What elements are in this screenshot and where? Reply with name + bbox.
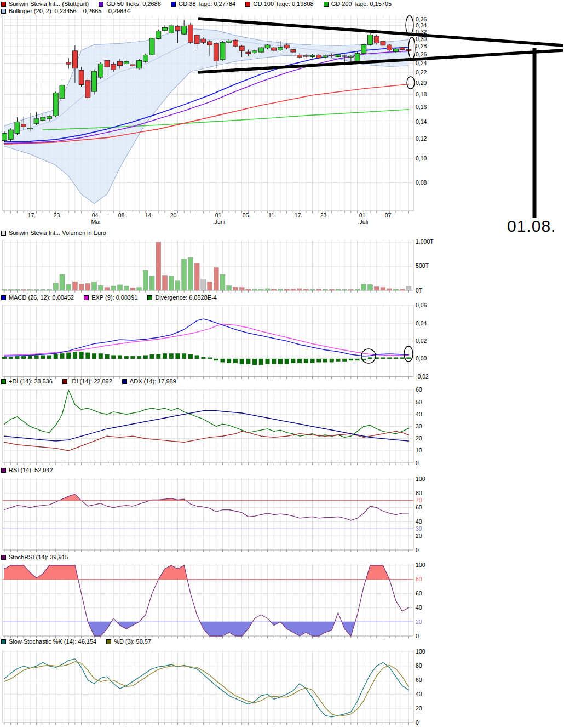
svg-text:10: 10 xyxy=(416,447,422,454)
drawn-annotations xyxy=(198,16,563,363)
svg-text:40: 40 xyxy=(416,518,422,525)
legend-swatch-icon xyxy=(1,379,6,384)
volume-pane: 1.000T500T0T xyxy=(2,238,434,293)
legend-label: Divergence: 6,0528E-4 xyxy=(155,294,217,301)
legend-item: Divergence: 6,0528E-4 xyxy=(147,294,217,301)
svg-text:60: 60 xyxy=(416,677,422,683)
legend-item: Slow Stochastic %K (14): 46,154 xyxy=(1,638,96,645)
legend-volume: Sunwin Stevia Int... Volumen in Euro xyxy=(1,230,106,236)
legend-item: +DI (14): 28,536 xyxy=(1,378,53,385)
drawn-date-label: 01.08. xyxy=(507,217,556,236)
svg-text:0,34: 0,34 xyxy=(416,22,427,28)
legend-label: %D (3): 50,57 xyxy=(114,638,151,645)
svg-text:0,26: 0,26 xyxy=(416,51,427,58)
svg-text:20: 20 xyxy=(416,705,422,712)
legend-swatch-icon xyxy=(1,468,6,473)
svg-text:60: 60 xyxy=(416,386,422,393)
svg-text:100: 100 xyxy=(416,561,425,568)
svg-text:0,20: 0,20 xyxy=(416,79,427,86)
svg-text:0,18: 0,18 xyxy=(416,91,427,98)
svg-text:100: 100 xyxy=(416,648,425,655)
legend-rsi: RSI (14): 52,042 xyxy=(1,467,53,473)
svg-text:0,28: 0,28 xyxy=(416,43,427,49)
legend-item: GD 38 Tage: 0,27784 xyxy=(171,1,235,7)
svg-text:23.: 23. xyxy=(320,212,329,219)
svg-text:.Juni: .Juni xyxy=(213,219,225,225)
svg-text:1.000T: 1.000T xyxy=(416,238,434,245)
macd-pane: 0,060,040,020,00-0,02 xyxy=(2,302,429,380)
legend-item: -DI (14): 22,892 xyxy=(62,378,112,385)
legend-label: GD 38 Tage: 0,27784 xyxy=(179,1,235,7)
svg-text:0,14: 0,14 xyxy=(416,118,427,125)
legend-label: Sunwin Stevia Int... (Stuttgart) xyxy=(9,1,89,7)
legend-item: Bollinger (20, 2): 0,23456 – 0,2665 – 0,… xyxy=(1,8,130,14)
svg-text:11.: 11. xyxy=(268,212,276,219)
legend-item: RSI (14): 52,042 xyxy=(1,467,53,473)
rsi-pane: 1008070604030200 xyxy=(3,475,425,553)
svg-text:20: 20 xyxy=(416,435,422,442)
svg-text:30: 30 xyxy=(416,423,422,429)
svg-text:0,02: 0,02 xyxy=(416,337,427,344)
svg-text:20.: 20. xyxy=(170,212,179,219)
legend-item: GD 200 Tage: 0,15705 xyxy=(324,1,392,7)
legend-label: Slow Stochastic %K (14): 46,154 xyxy=(9,638,96,645)
svg-text:-0,02: -0,02 xyxy=(416,373,429,380)
legend-swatch-icon xyxy=(62,379,67,384)
legend-macd: MACD (26, 12): 0,00452EXP (9): 0,00391Di… xyxy=(1,294,217,301)
legend-label: GD 200 Tage: 0,15705 xyxy=(331,1,392,7)
legend-item: ADX (14): 17,989 xyxy=(122,378,176,385)
svg-text:Mai: Mai xyxy=(91,219,101,225)
legend-swatch-icon xyxy=(1,9,6,14)
svg-text:0,24: 0,24 xyxy=(416,60,427,66)
legend-item: Sunwin Stevia Int... (Stuttgart) xyxy=(1,1,89,7)
legend-swatch-icon xyxy=(147,295,152,300)
svg-text:40: 40 xyxy=(416,691,422,697)
svg-text:0,08: 0,08 xyxy=(416,179,427,186)
svg-text:05.: 05. xyxy=(243,212,251,219)
svg-text:0: 0 xyxy=(416,633,419,639)
svg-text:0T: 0T xyxy=(416,287,423,294)
svg-text:0,22: 0,22 xyxy=(416,69,427,76)
svg-text:14.: 14. xyxy=(145,212,153,219)
legend-swatch-icon xyxy=(1,639,6,644)
legend-swatch-icon xyxy=(84,295,89,300)
svg-text:0: 0 xyxy=(416,719,419,726)
svg-text:40: 40 xyxy=(416,604,422,611)
legend-swatch-icon xyxy=(1,555,6,560)
legend-item: Sunwin Stevia Int... Volumen in Euro xyxy=(1,230,106,236)
legend-item: GD 50 Ticks: 0,2686 xyxy=(99,1,161,7)
svg-text:0,10: 0,10 xyxy=(416,155,427,162)
slowstoch-pane: 100806040200 xyxy=(3,648,425,725)
svg-text:100: 100 xyxy=(416,475,425,482)
legend-swatch-icon xyxy=(1,295,6,300)
legend-swatch-icon xyxy=(245,2,250,7)
svg-text:40: 40 xyxy=(416,411,422,417)
svg-text:70: 70 xyxy=(416,497,422,503)
chart-root: 0,360,340,320,300,280,260,240,220,200,18… xyxy=(0,0,564,728)
legend-swatch-icon xyxy=(324,2,329,7)
price-pane: 0,360,340,320,300,280,260,240,220,200,18… xyxy=(2,15,427,225)
legend-item: %D (3): 50,57 xyxy=(106,638,151,645)
legend-item: MACD (26, 12): 0,00452 xyxy=(1,294,74,301)
svg-text:04.: 04. xyxy=(92,212,100,219)
svg-text:23.: 23. xyxy=(54,212,62,219)
svg-text:80: 80 xyxy=(416,662,422,669)
svg-text:01.: 01. xyxy=(359,212,367,219)
legend-label: +DI (14): 28,536 xyxy=(9,378,53,385)
svg-text:17.: 17. xyxy=(295,212,303,219)
legend-label: StochRSI (14): 39,915 xyxy=(9,554,68,560)
stochrsi-pane: 100806040200 xyxy=(3,561,425,639)
svg-text:0,16: 0,16 xyxy=(416,104,427,110)
svg-text:0,04: 0,04 xyxy=(416,320,427,326)
legend-price-row1: Sunwin Stevia Int... (Stuttgart)GD 50 Ti… xyxy=(1,1,392,7)
svg-text:80: 80 xyxy=(416,490,422,496)
svg-text:30: 30 xyxy=(416,525,422,532)
svg-text:08.: 08. xyxy=(118,212,126,219)
svg-text:60: 60 xyxy=(416,504,422,511)
legend-item: StochRSI (14): 39,915 xyxy=(1,554,68,560)
di-pane: 6050403020100 xyxy=(3,386,422,466)
svg-text:500T: 500T xyxy=(416,262,429,269)
legend-swatch-icon xyxy=(1,2,6,7)
svg-text:0,00: 0,00 xyxy=(416,355,427,362)
legend-label: MACD (26, 12): 0,00452 xyxy=(9,294,74,301)
